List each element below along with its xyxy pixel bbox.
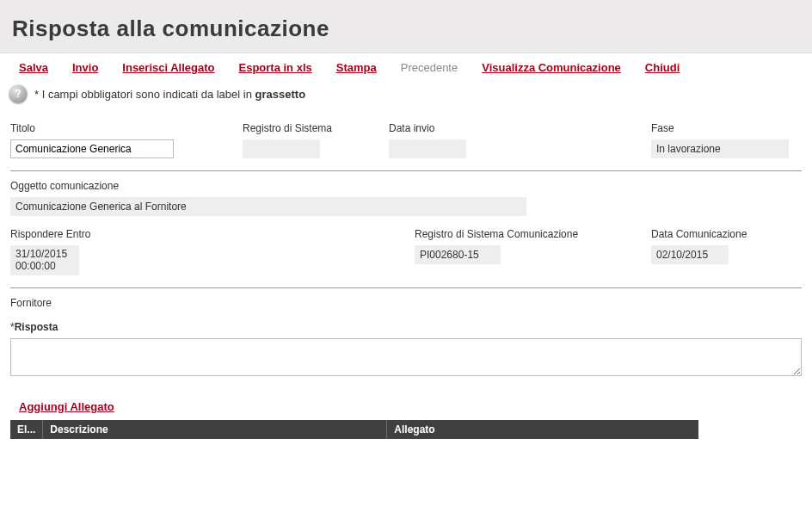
export-xls-button[interactable]: Esporta in xls	[239, 61, 312, 74]
oggetto-label: Oggetto comunicazione	[10, 180, 802, 192]
fase-field: Fase In lavorazione	[651, 122, 789, 158]
registro-sistema-com-label: Registro di Sistema Comunicazione	[415, 228, 651, 240]
data-comunicazione-value: 02/10/2015	[651, 245, 729, 264]
separator	[10, 287, 802, 288]
fornitore-field: Fornitore	[10, 297, 802, 309]
fase-label: Fase	[651, 122, 789, 134]
col-allegato: Allegato	[387, 420, 698, 439]
save-button[interactable]: Salva	[19, 61, 48, 74]
registro-sistema-com-field: Registro di Sistema Comunicazione PI0026…	[415, 228, 651, 275]
fase-value: In lavorazione	[651, 139, 789, 158]
registro-sistema-field: Registro di Sistema	[243, 122, 389, 158]
titolo-field: Titolo	[10, 122, 243, 158]
help-text: * I campi obbligatori sono indicati da l…	[34, 88, 305, 101]
data-comunicazione-field: Data Comunicazione 02/10/2015	[651, 228, 789, 275]
page-header: Risposta alla comunicazione	[0, 0, 812, 53]
action-toolbar: Salva Invio Inserisci Allegato Esporta i…	[0, 53, 812, 79]
data-invio-label: Data invio	[389, 122, 651, 134]
oggetto-value: Comunicazione Generica al Fornitore	[10, 197, 526, 216]
print-button[interactable]: Stampa	[336, 61, 377, 74]
close-button[interactable]: Chiudi	[645, 61, 680, 74]
table-header-row: El... Descrizione Allegato	[10, 420, 698, 439]
rispondere-entro-value: 31/10/2015 00:00:00	[10, 245, 79, 275]
titolo-label: Titolo	[10, 122, 243, 134]
separator	[10, 170, 802, 171]
risposta-textarea[interactable]	[10, 338, 802, 376]
data-invio-field: Data invio	[389, 122, 651, 158]
view-communication-button[interactable]: Visualizza Comunicazione	[482, 61, 621, 74]
page-title: Risposta alla comunicazione	[12, 15, 800, 42]
titolo-input[interactable]	[10, 139, 174, 158]
rispondere-entro-field: Rispondere Entro 31/10/2015 00:00:00	[10, 228, 415, 275]
send-button[interactable]: Invio	[72, 61, 98, 74]
fornitore-label: Fornitore	[10, 297, 802, 309]
risposta-label: *Risposta	[10, 321, 802, 333]
data-invio-value	[389, 139, 466, 158]
insert-attachment-button[interactable]: Inserisci Allegato	[122, 61, 214, 74]
previous-button: Precedente	[401, 61, 458, 74]
rispondere-entro-label: Rispondere Entro	[10, 228, 415, 240]
registro-sistema-com-value: PI002680-15	[415, 245, 501, 264]
attachments-table: El... Descrizione Allegato	[10, 420, 698, 439]
help-hint: ? * I campi obbligatori sono indicati da…	[0, 79, 812, 122]
data-comunicazione-label: Data Comunicazione	[651, 228, 789, 240]
add-attachment-link[interactable]: Aggiungi Allegato	[10, 388, 114, 420]
registro-sistema-value	[243, 139, 320, 158]
help-icon[interactable]: ?	[9, 84, 28, 103]
col-el: El...	[10, 420, 43, 439]
registro-sistema-label: Registro di Sistema	[243, 122, 389, 134]
oggetto-field: Oggetto comunicazione Comunicazione Gene…	[10, 180, 802, 216]
col-descrizione: Descrizione	[43, 420, 387, 439]
